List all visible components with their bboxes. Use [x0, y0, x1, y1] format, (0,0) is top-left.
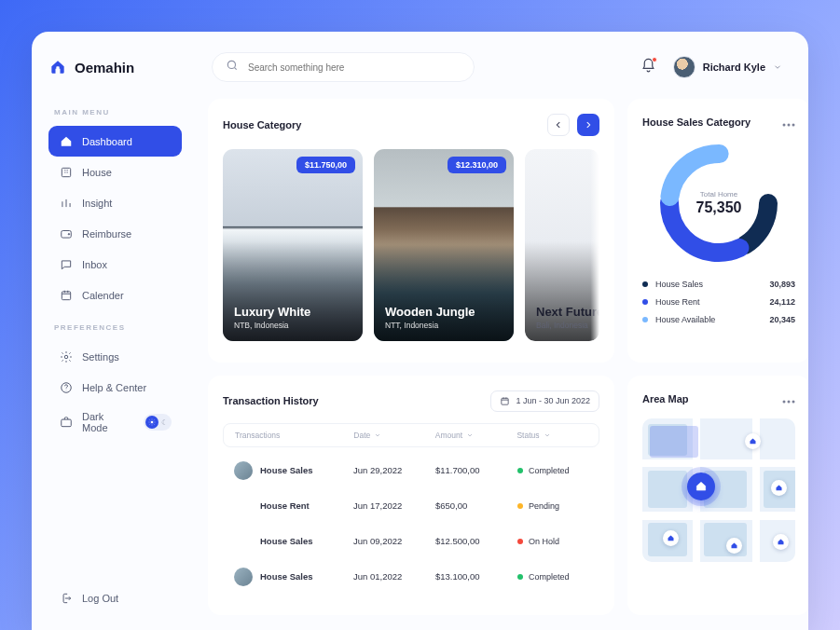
sidebar-item-label: Insight [82, 198, 112, 209]
more-icon [782, 123, 795, 127]
sidebar: Oemahin MAIN MENU Dashboard House Insigh… [32, 32, 195, 630]
calendar-icon [500, 396, 510, 406]
map-pin-icon[interactable] [663, 530, 679, 546]
moon-icon: ☾ [161, 418, 168, 427]
user-menu[interactable]: Richard Kyle [673, 56, 782, 78]
wallet-icon [59, 226, 73, 240]
chevron-right-icon [584, 120, 593, 130]
svg-point-19 [792, 400, 795, 403]
row-avatar [234, 497, 253, 515]
logo[interactable]: Oemahin [48, 58, 182, 76]
more-button[interactable] [782, 114, 795, 130]
carousel-next-button[interactable] [577, 114, 599, 136]
header-amount[interactable]: Amount [435, 431, 517, 440]
row-status: Completed [517, 572, 588, 582]
home-icon [59, 134, 73, 148]
search-box[interactable] [212, 52, 475, 82]
price-tag: $11.750,00 [296, 157, 355, 173]
sales-category-card: House Sales Category Total Home 75,350 H… [627, 99, 808, 363]
map[interactable] [642, 418, 795, 562]
search-input[interactable] [248, 62, 461, 73]
row-date: Jun 29,2022 [353, 465, 435, 475]
sidebar-item-label: Log Out [82, 593, 118, 604]
sidebar-item-label: Reimburse [82, 228, 131, 240]
legend-value: 30,893 [769, 280, 795, 289]
row-status: Pending [517, 501, 588, 511]
sidebar-item-label: Help & Center [82, 382, 146, 393]
header-status[interactable]: Status [516, 431, 587, 440]
svg-point-3 [68, 233, 69, 234]
building-icon [59, 165, 73, 179]
logout-icon [59, 591, 73, 605]
house-title: Wooden Jungle [385, 305, 475, 319]
row-date: Jun 09,2022 [353, 536, 435, 546]
map-pin-selected-icon[interactable] [687, 472, 715, 500]
darkmode-toggle[interactable]: ☾ [144, 414, 172, 431]
legend-item: House Rent24,112 [642, 297, 795, 307]
row-title: House Sales [260, 571, 313, 582]
svg-point-17 [783, 400, 786, 403]
avatar [673, 56, 695, 78]
sidebar-item-inbox[interactable]: Inbox [48, 249, 182, 280]
row-amount: $11.700,00 [435, 465, 517, 475]
notifications-button[interactable] [640, 58, 656, 77]
legend-label: House Sales [655, 280, 703, 289]
map-pin-icon[interactable] [726, 538, 742, 554]
svg-point-5 [64, 355, 68, 359]
row-amount: $13.100,00 [435, 571, 517, 582]
sidebar-item-help[interactable]: Help & Center [48, 372, 182, 403]
legend-label: House Rent [655, 297, 700, 307]
table-body: House SalesJun 29,2022$11.700,00Complete… [223, 453, 599, 595]
sidebar-item-settings[interactable]: Settings [48, 341, 182, 372]
map-pin-icon[interactable] [745, 433, 761, 449]
chevron-left-icon [554, 120, 563, 130]
row-status: On Hold [517, 537, 588, 546]
table-row[interactable]: House SalesJun 01,2022$13.100,00Complete… [223, 559, 599, 595]
row-amount: $12.500,00 [435, 536, 517, 546]
house-category-card: House Category $11.750,00 Luxury WhiteNT… [208, 99, 614, 363]
section-title: Area Map [642, 393, 689, 404]
more-button[interactable] [782, 390, 795, 407]
map-pin-icon[interactable] [773, 534, 789, 550]
map-pin-icon[interactable] [771, 480, 787, 496]
svg-point-9 [227, 61, 235, 68]
sidebar-item-dashboard[interactable]: Dashboard [48, 126, 182, 157]
search-icon [226, 59, 239, 75]
table-row[interactable]: House SalesJun 09,2022$12.500,00On Hold [223, 524, 599, 559]
svg-rect-1 [62, 168, 70, 176]
header-date[interactable]: Date [353, 431, 435, 440]
house-title: Luxury White [234, 305, 310, 319]
table-row[interactable]: House RentJun 17,2022$650,00Pending [223, 488, 599, 524]
row-date: Jun 01,2022 [353, 571, 435, 582]
sidebar-group-prefs: PREFERENCES [54, 323, 176, 332]
date-range-text: 1 Jun - 30 Jun 2022 [516, 396, 590, 405]
house-title: Next Future [536, 305, 599, 319]
legend-item: House Available20,345 [642, 315, 795, 324]
table-row[interactable]: House SalesJun 29,2022$11.700,00Complete… [223, 453, 599, 488]
gear-icon [59, 349, 73, 363]
sidebar-item-house[interactable]: House [48, 157, 182, 187]
house-card[interactable]: $11.750,00 Luxury WhiteNTB, Indonesia [223, 149, 363, 341]
sidebar-item-label: Calender [82, 290, 124, 301]
svg-rect-4 [62, 291, 70, 299]
table-header: Transactions Date Amount Status [223, 423, 599, 447]
logo-icon [48, 58, 67, 76]
svg-point-10 [783, 124, 786, 127]
notification-dot [652, 57, 657, 62]
donut-chart: Total Home 75,350 [654, 138, 784, 268]
sidebar-item-calendar[interactable]: Calender [48, 280, 182, 310]
briefcase-icon [59, 416, 73, 430]
sidebar-item-logout[interactable]: Log Out [48, 582, 182, 613]
carousel-prev-button[interactable] [547, 114, 570, 136]
header-transactions[interactable]: Transactions [235, 431, 353, 440]
house-card[interactable]: $12.310,00 Wooden JungleNTT, Indonesia [374, 149, 514, 341]
row-avatar [234, 461, 253, 480]
sidebar-item-insight[interactable]: Insight [48, 187, 182, 218]
row-title: House Rent [260, 500, 310, 511]
legend-value: 20,345 [769, 315, 795, 324]
row-title: House Sales [260, 536, 313, 546]
section-title: Transaction History [223, 395, 319, 406]
house-card[interactable]: $ Next FutureBali, Indonesia [525, 149, 599, 341]
date-range-picker[interactable]: 1 Jun - 30 Jun 2022 [490, 390, 599, 412]
sidebar-item-reimburse[interactable]: Reimburse [48, 218, 182, 249]
